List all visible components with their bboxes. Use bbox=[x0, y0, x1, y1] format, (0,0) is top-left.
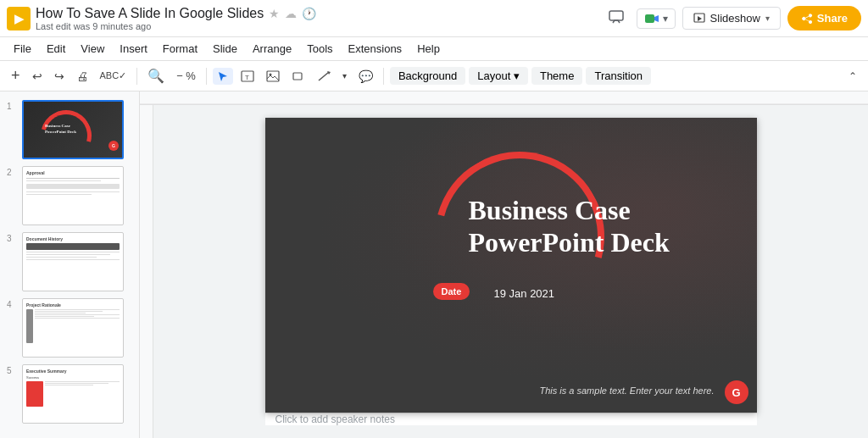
slide-avatar: G bbox=[725, 380, 748, 404]
toolbar-end: ⌃ bbox=[844, 68, 861, 85]
svg-rect-6 bbox=[267, 71, 279, 81]
slide-item-3[interactable]: 3 Document History bbox=[0, 230, 139, 293]
image-tool[interactable] bbox=[262, 68, 284, 85]
slideshow-label: Slideshow bbox=[710, 12, 760, 25]
spellcheck-button[interactable]: ABC✓ bbox=[96, 68, 131, 84]
speaker-notes-placeholder: Click to add speaker notes bbox=[275, 413, 395, 425]
transition-button[interactable]: Transition bbox=[586, 67, 651, 85]
svg-rect-8 bbox=[293, 73, 302, 80]
slide-title-text-1: Business Case bbox=[469, 195, 631, 225]
main-area: 1 Business CasePowerPoint Deck G 2 Appro… bbox=[0, 91, 868, 438]
shape-tool[interactable] bbox=[287, 68, 309, 85]
menu-view[interactable]: View bbox=[74, 40, 111, 58]
zoom-level[interactable]: − % bbox=[172, 67, 200, 85]
slide-panel: 1 Business CasePowerPoint Deck G 2 Appro… bbox=[0, 91, 140, 438]
slide-number-1: 1 bbox=[7, 102, 17, 111]
add-button[interactable]: + bbox=[7, 64, 25, 87]
menu-tools[interactable]: Tools bbox=[300, 40, 339, 58]
horizontal-ruler bbox=[140, 91, 868, 105]
app-logo: ▶ bbox=[7, 7, 31, 30]
zoom-button[interactable]: 🔍 bbox=[143, 65, 169, 86]
slide-date-value: 19 Jan 2021 bbox=[494, 287, 555, 300]
menu-slide[interactable]: Slide bbox=[206, 40, 244, 58]
toolbar-sep-2 bbox=[206, 68, 207, 85]
slide-3-label: Document History bbox=[26, 236, 120, 241]
menu-format[interactable]: Format bbox=[156, 40, 204, 58]
cloud-icon: ☁ bbox=[285, 7, 297, 20]
title-section: How To Save A Slide In Google Slides ★ ☁… bbox=[36, 6, 598, 31]
slide-thumb-3: Document History bbox=[22, 232, 124, 291]
svg-rect-0 bbox=[609, 11, 623, 20]
redo-button[interactable]: ↪ bbox=[50, 67, 69, 86]
slide-title-text-2: PowerPoint Deck bbox=[469, 227, 670, 258]
main-slide: Business Case PowerPoint Deck Date 19 Ja… bbox=[265, 118, 757, 413]
comment-button[interactable]: 💬 bbox=[354, 67, 377, 86]
canvas-content: Business Case PowerPoint Deck Date 19 Ja… bbox=[140, 105, 868, 438]
slide-thumb-5: Executive Summary Success bbox=[22, 364, 124, 424]
background-button[interactable]: Background bbox=[390, 67, 465, 85]
slide-thumb-1: Business CasePowerPoint Deck G bbox=[22, 100, 124, 159]
history-icon: 🕐 bbox=[302, 7, 316, 20]
toolbar-sep-1 bbox=[136, 68, 137, 85]
theme-button[interactable]: Theme bbox=[531, 67, 582, 85]
title-bar: ▶ How To Save A Slide In Google Slides ★… bbox=[0, 0, 868, 37]
chat-button[interactable] bbox=[603, 5, 630, 31]
menu-bar: File Edit View Insert Format Slide Arran… bbox=[0, 37, 868, 61]
slide-item-1[interactable]: 1 Business CasePowerPoint Deck G bbox=[0, 98, 139, 161]
text-tool[interactable]: T bbox=[236, 67, 259, 86]
menu-arrange[interactable]: Arrange bbox=[246, 40, 298, 58]
slide-number-4: 4 bbox=[7, 300, 17, 309]
doc-title-row: How To Save A Slide In Google Slides ★ ☁… bbox=[36, 6, 598, 21]
menu-insert[interactable]: Insert bbox=[113, 40, 154, 58]
slide-number-2: 2 bbox=[7, 168, 17, 177]
line-dropdown[interactable]: ▾ bbox=[338, 69, 351, 83]
menu-edit[interactable]: Edit bbox=[40, 40, 72, 58]
menu-help[interactable]: Help bbox=[410, 40, 447, 58]
star-icon[interactable]: ★ bbox=[269, 7, 280, 20]
slide-number-3: 3 bbox=[7, 234, 17, 243]
slide-item-5[interactable]: 5 Executive Summary Success bbox=[0, 363, 139, 425]
share-button[interactable]: Share bbox=[787, 6, 861, 30]
layout-button[interactable]: Layout ▾ bbox=[469, 67, 528, 85]
svg-rect-1 bbox=[645, 14, 654, 23]
print-button[interactable]: 🖨 bbox=[72, 67, 92, 86]
slide-5-label: Executive Summary bbox=[26, 369, 120, 374]
slide-title-line1: Business Case PowerPoint Deck bbox=[469, 194, 670, 259]
slide-2-label: Approval bbox=[26, 170, 120, 175]
svg-marker-2 bbox=[654, 15, 659, 22]
slide-number-5: 5 bbox=[7, 366, 17, 375]
last-edit-text: Last edit was 9 minutes ago bbox=[36, 21, 598, 31]
slide-thumb-4: Project Rationale bbox=[22, 298, 124, 358]
document-title: How To Save A Slide In Google Slides bbox=[36, 6, 264, 21]
slide-date-badge: Date bbox=[433, 283, 470, 300]
meet-button[interactable]: ▾ bbox=[637, 8, 676, 29]
svg-text:T: T bbox=[245, 74, 249, 81]
canvas-area: Business Case PowerPoint Deck Date 19 Ja… bbox=[140, 91, 868, 438]
line-tool[interactable] bbox=[313, 68, 335, 85]
slide-item-2[interactable]: 2 Approval bbox=[0, 164, 139, 227]
slide-thumb-2: Approval bbox=[22, 166, 124, 225]
slide-workspace[interactable]: Business Case PowerPoint Deck Date 19 Ja… bbox=[153, 105, 868, 438]
collapse-toolbar-button[interactable]: ⌃ bbox=[844, 68, 861, 85]
title-actions: ▾ Slideshow ▾ Share bbox=[603, 5, 861, 31]
undo-button[interactable]: ↩ bbox=[28, 67, 47, 86]
slide-item-4[interactable]: 4 Project Rationale bbox=[0, 297, 139, 359]
menu-extensions[interactable]: Extensions bbox=[342, 40, 409, 58]
slide-bottom-text: This is a sample text. Enter your text h… bbox=[539, 385, 714, 396]
cursor-tool[interactable] bbox=[213, 68, 233, 85]
slide-title-content: Business Case PowerPoint Deck bbox=[469, 194, 670, 259]
slide-4-label: Project Rationale bbox=[26, 302, 120, 308]
menu-file[interactable]: File bbox=[7, 40, 38, 58]
toolbar: + ↩ ↪ 🖨 ABC✓ 🔍 − % T ▾ 💬 Background Layo… bbox=[0, 61, 868, 91]
slideshow-button[interactable]: Slideshow ▾ bbox=[682, 7, 781, 30]
speaker-notes[interactable]: Click to add speaker notes bbox=[265, 413, 757, 425]
share-label: Share bbox=[817, 12, 848, 25]
toolbar-sep-3 bbox=[383, 68, 384, 85]
vertical-ruler bbox=[140, 105, 153, 438]
